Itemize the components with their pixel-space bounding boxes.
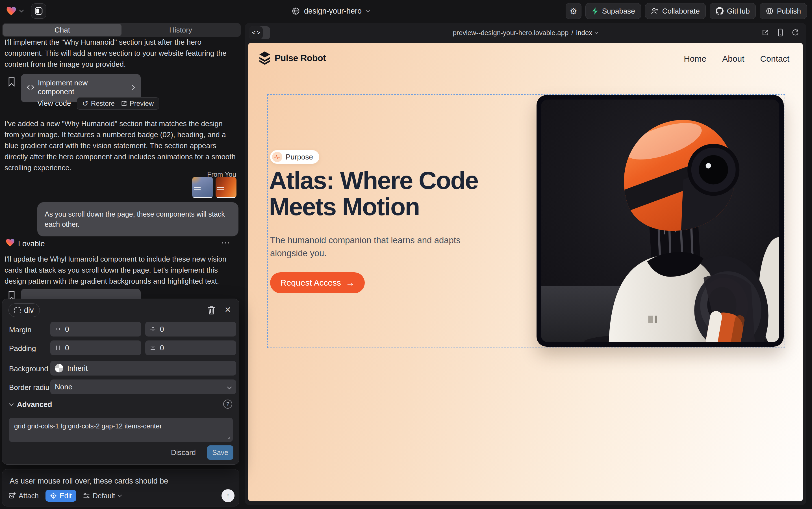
- padding-horizontal-icon: [55, 345, 61, 351]
- assistant-header: Lovable ⋯: [6, 238, 237, 250]
- publish-globe-icon: [766, 7, 774, 15]
- advanced-section-toggle[interactable]: Advanced: [9, 400, 52, 409]
- assistant-message: I'll update the WhyHumanoid component to…: [4, 253, 236, 287]
- margin-horizontal-icon: [55, 326, 61, 332]
- attach-image-icon: [8, 492, 16, 499]
- chevron-down-icon: [118, 495, 122, 497]
- padding-y-input[interactable]: 0: [145, 340, 236, 355]
- padding-vertical-icon: [150, 345, 156, 351]
- request-access-button[interactable]: Request Access →: [270, 272, 365, 293]
- refresh-icon[interactable]: [792, 29, 799, 36]
- padding-label: Padding: [9, 344, 36, 353]
- site-brand-name: Pulse Robot: [274, 53, 326, 63]
- collaborate-person-plus-icon: [651, 7, 659, 15]
- send-button[interactable]: ↑: [222, 489, 234, 502]
- supabase-button[interactable]: Supabase: [585, 3, 641, 19]
- advanced-classes-textarea[interactable]: grid grid-cols-1 lg:grid-cols-2 gap-12 i…: [9, 418, 233, 442]
- restore-button[interactable]: ↺ Restore: [82, 100, 115, 107]
- badge-label: Purpose: [286, 153, 313, 162]
- website-canvas: Pulse Robot Home About Contact Purpose: [248, 43, 803, 501]
- tab-history[interactable]: History: [121, 24, 240, 36]
- preview-button[interactable]: Preview: [121, 100, 154, 107]
- tab-chat[interactable]: Chat: [3, 24, 121, 36]
- chevron-down-icon: [594, 32, 598, 34]
- send-arrow-icon: ↑: [226, 491, 230, 500]
- project-switcher[interactable]: design-your-hero: [292, 0, 370, 22]
- border-radius-label: Border radius: [9, 383, 53, 392]
- padding-x-input[interactable]: 0: [50, 340, 141, 355]
- pulse-icon: [272, 152, 282, 162]
- margin-x-input[interactable]: 0: [50, 322, 141, 337]
- background-label: Background: [9, 365, 48, 373]
- attach-button[interactable]: Attach: [8, 492, 39, 500]
- assistant-name: Lovable: [18, 239, 45, 248]
- message-hover-actions: ↺ Restore Preview: [77, 97, 159, 110]
- chevron-down-icon: [227, 383, 232, 392]
- workspace-chevron-icon[interactable]: [19, 10, 24, 12]
- attachment-thumbnail-orange[interactable]: [216, 177, 236, 198]
- more-options-icon[interactable]: ⋯: [221, 237, 230, 248]
- border-radius-select[interactable]: None: [50, 379, 236, 394]
- open-in-new-tab-icon[interactable]: [762, 29, 769, 36]
- close-icon[interactable]: ✕: [225, 305, 231, 314]
- margin-label: Margin: [9, 326, 31, 334]
- margin-y-input[interactable]: 0: [145, 322, 236, 337]
- target-icon: [50, 492, 57, 499]
- preview-page-name: index: [576, 29, 592, 37]
- composer-input[interactable]: As user mouse roll over, these cards sho…: [10, 477, 232, 485]
- project-chevron-icon: [366, 10, 370, 12]
- lovable-heart-logo[interactable]: [6, 6, 16, 16]
- chevron-down-icon: [9, 403, 13, 406]
- tool-card-title: Implement new component: [38, 79, 125, 96]
- chat-history-tabs: Chat History: [2, 23, 241, 37]
- tool-call-card-partial[interactable]: [21, 289, 141, 300]
- site-navbar: Pulse Robot Home About Contact: [248, 43, 803, 74]
- site-brand[interactable]: Pulse Robot: [259, 51, 326, 65]
- assistant-message: I'll implement the "Why Humanoid" sectio…: [4, 37, 236, 70]
- element-inspector-panel: div ✕ Margin 0 0 Padding: [2, 299, 239, 465]
- lovable-app: design-your-hero ⚙ Supabase: [0, 0, 812, 509]
- transparency-swatch-icon: [55, 364, 63, 372]
- preview-panel: < > preview--design-your-hero.lovable.ap…: [245, 23, 806, 505]
- supabase-bolt-icon: [591, 7, 599, 15]
- edit-mode-button[interactable]: Edit: [45, 490, 76, 502]
- sliders-icon: [83, 492, 90, 499]
- user-message-bubble: As you scroll down the page, these compo…: [37, 202, 238, 236]
- background-input[interactable]: Inherit: [50, 361, 236, 376]
- sidebar-toggle-button[interactable]: [31, 3, 46, 19]
- preview-url-bar[interactable]: preview--design-your-hero.lovable.app / …: [245, 23, 806, 43]
- selected-element-chip[interactable]: div: [8, 303, 40, 317]
- save-button[interactable]: Save: [207, 445, 233, 460]
- external-link-icon: [121, 100, 127, 107]
- layers-logo-icon: [259, 51, 271, 65]
- top-bar: design-your-hero ⚙ Supabase: [0, 0, 812, 22]
- restore-icon: ↺: [82, 100, 88, 107]
- margin-vertical-icon: [150, 326, 156, 332]
- model-mode-selector[interactable]: Default: [83, 492, 122, 500]
- attachment-thumbnail-blue[interactable]: [192, 177, 213, 198]
- preview-url: preview--design-your-hero.lovable.app: [453, 29, 569, 37]
- dashed-selection-icon: [14, 307, 21, 313]
- help-icon[interactable]: ?: [223, 400, 232, 409]
- nav-link-contact[interactable]: Contact: [760, 54, 789, 64]
- project-name: design-your-hero: [304, 7, 362, 15]
- nav-link-about[interactable]: About: [722, 54, 744, 64]
- project-globe-icon: [292, 7, 300, 15]
- chat-composer[interactable]: As user mouse roll over, these cards sho…: [2, 469, 239, 506]
- purpose-badge: Purpose: [270, 150, 319, 164]
- mobile-view-icon[interactable]: [778, 29, 783, 36]
- element-tag: div: [24, 306, 34, 315]
- publish-button[interactable]: Publish: [760, 3, 807, 19]
- hero-robot-image: [537, 95, 784, 347]
- settings-button[interactable]: ⚙: [566, 3, 582, 19]
- discard-button[interactable]: Discard: [171, 448, 196, 457]
- arrow-right-icon: →: [345, 278, 355, 288]
- collaborate-button[interactable]: Collaborate: [645, 3, 706, 19]
- nav-link-home[interactable]: Home: [684, 54, 706, 64]
- hero-subtext: The humanoid companion that learns and a…: [270, 234, 488, 260]
- delete-element-button[interactable]: [208, 306, 215, 316]
- bookmark-icon[interactable]: [8, 77, 15, 88]
- code-icon: [27, 84, 34, 90]
- hero-heading: Atlas: Where Code Meets Motion: [269, 167, 478, 220]
- github-button[interactable]: GitHub: [710, 3, 756, 19]
